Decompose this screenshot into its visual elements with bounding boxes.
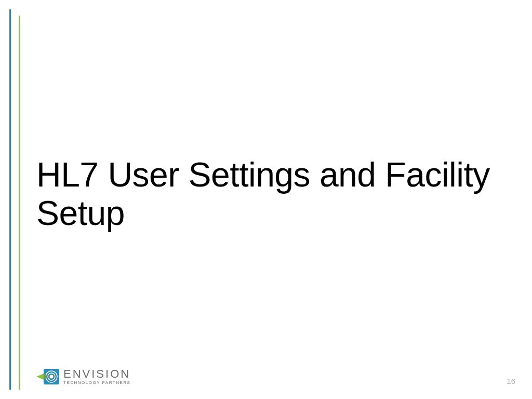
slide-title: HL7 User Settings and Facility Setup	[36, 156, 494, 233]
svg-marker-4	[36, 374, 44, 380]
page-number: 16	[507, 377, 515, 385]
footer-logo: ENVISION TECHNOLOGY PARTNERS	[36, 368, 130, 385]
accent-bar-blue	[9, 9, 11, 390]
logo-main-text: ENVISION	[63, 368, 130, 380]
envision-logo-icon	[36, 368, 59, 385]
logo-text-block: ENVISION TECHNOLOGY PARTNERS	[63, 368, 130, 385]
accent-bar-green	[19, 16, 20, 390]
logo-sub-text: TECHNOLOGY PARTNERS	[63, 381, 130, 385]
svg-point-3	[50, 375, 54, 379]
